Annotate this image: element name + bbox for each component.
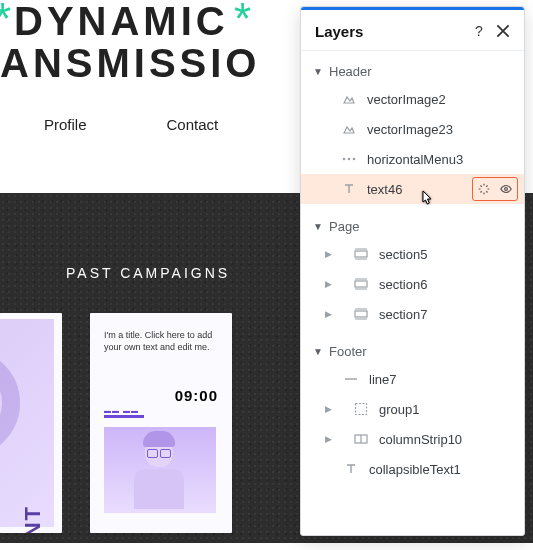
layer-group1[interactable]: ▶ group1 xyxy=(301,394,524,424)
accent-bar xyxy=(104,415,144,418)
layer-line7[interactable]: line7 xyxy=(301,364,524,394)
ring-graphic xyxy=(0,349,20,457)
nav-profile[interactable]: Profile xyxy=(44,116,87,133)
caret-right-icon: ▶ xyxy=(325,434,333,444)
group-footer[interactable]: ▼ Footer xyxy=(301,339,524,364)
asterisk-icon: * xyxy=(0,0,15,42)
caret-right-icon: ▶ xyxy=(325,279,333,289)
group-page[interactable]: ▼ Page xyxy=(301,214,524,239)
text-icon xyxy=(341,181,357,197)
event-side-text: EVENT xyxy=(20,505,46,533)
strip-icon xyxy=(353,431,369,447)
section-icon xyxy=(353,306,369,322)
layer-tree: ▼ Header vectorImage2 vectorImage23 hori… xyxy=(301,51,524,484)
svg-rect-6 xyxy=(355,311,367,317)
visibility-icon[interactable] xyxy=(499,182,513,196)
caret-right-icon: ▶ xyxy=(325,249,333,259)
close-button[interactable] xyxy=(494,22,512,40)
group-header[interactable]: ▼ Header xyxy=(301,59,524,84)
layer-columnstrip10[interactable]: ▶ columnStrip10 xyxy=(301,424,524,454)
svg-rect-5 xyxy=(355,281,367,287)
layer-section7[interactable]: ▶ section7 xyxy=(301,299,524,329)
layer-text46[interactable]: text46 xyxy=(301,174,524,204)
caret-right-icon: ▶ xyxy=(325,309,333,319)
section-icon xyxy=(353,276,369,292)
site-title: * DYNAMIC * ANSMISSIO xyxy=(0,0,300,84)
section-icon xyxy=(353,246,369,262)
layer-vectorimage23[interactable]: vectorImage23 xyxy=(301,114,524,144)
menu-icon xyxy=(341,151,357,167)
card-time: 09:00 xyxy=(175,387,218,404)
campaign-card-1[interactable]: EVENT ✕ xyxy=(0,313,62,533)
layer-section6[interactable]: ▶ section6 xyxy=(301,269,524,299)
svg-point-1 xyxy=(348,158,351,161)
asterisk-icon: * xyxy=(234,0,255,42)
help-button[interactable]: ? xyxy=(470,22,488,40)
horizontal-menu: Profile Contact xyxy=(0,116,300,133)
caret-down-icon: ▼ xyxy=(313,221,325,232)
effects-icon[interactable] xyxy=(477,182,491,196)
svg-point-2 xyxy=(353,158,356,161)
svg-rect-4 xyxy=(355,251,367,257)
site-hero: * DYNAMIC * ANSMISSIO Profile Contact xyxy=(0,0,300,193)
vector-icon xyxy=(341,91,357,107)
card-tag: ▬▬ ▬▬ xyxy=(104,407,139,414)
title-line-1: DYNAMIC xyxy=(14,0,229,43)
editor-canvas: * DYNAMIC * ANSMISSIO Profile Contact PA… xyxy=(0,0,533,550)
title-line-2: ANSMISSIO xyxy=(0,42,300,84)
text-icon xyxy=(343,461,359,477)
svg-point-0 xyxy=(343,158,346,161)
layer-actions-highlight xyxy=(472,177,518,201)
campaign-card-2[interactable]: I'm a title. Click here to add your own … xyxy=(90,313,232,533)
layers-panel: Layers ? ▼ Header vectorImage2 vectorIma… xyxy=(300,6,525,536)
svg-rect-7 xyxy=(356,404,367,415)
layer-horizontalmenu3[interactable]: horizontalMenu3 xyxy=(301,144,524,174)
svg-point-3 xyxy=(505,188,508,191)
group-icon xyxy=(353,401,369,417)
caret-down-icon: ▼ xyxy=(313,66,325,77)
card-blurb: I'm a title. Click here to add your own … xyxy=(90,313,232,369)
layer-section5[interactable]: ▶ section5 xyxy=(301,239,524,269)
layer-collapsibletext1[interactable]: collapsibleText1 xyxy=(301,454,524,484)
line-icon xyxy=(343,371,359,387)
panel-title: Layers xyxy=(315,23,464,40)
speaker-photo xyxy=(104,427,216,513)
nav-contact[interactable]: Contact xyxy=(167,116,219,133)
section-title: PAST CAMPAIGNS xyxy=(66,265,230,281)
vector-icon xyxy=(341,121,357,137)
caret-down-icon: ▼ xyxy=(313,346,325,357)
caret-right-icon: ▶ xyxy=(325,404,333,414)
layer-vectorimage2[interactable]: vectorImage2 xyxy=(301,84,524,114)
panel-header: Layers ? xyxy=(301,10,524,51)
